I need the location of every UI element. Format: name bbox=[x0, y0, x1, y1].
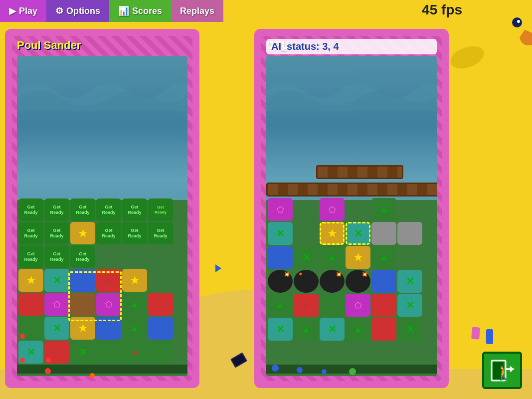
cell bbox=[148, 341, 173, 364]
cpu-row-a bbox=[267, 198, 423, 221]
cell bbox=[148, 293, 173, 316]
bomb-cell: 💥 bbox=[320, 270, 345, 293]
cell-empty bbox=[294, 198, 319, 221]
player-play-area: GetReady GetReady GetReady GetReady GetR… bbox=[17, 56, 187, 376]
cell: GetReady bbox=[18, 245, 43, 268]
exit-button[interactable]: 🚶 bbox=[482, 352, 522, 389]
ground-dot-blue-2 bbox=[297, 367, 303, 373]
ground-dot-orange bbox=[90, 373, 95, 378]
bomb-cell: 💥 bbox=[268, 270, 293, 293]
ground-dot-blue-1 bbox=[272, 365, 279, 372]
cell bbox=[70, 293, 95, 316]
cell: GetReady bbox=[70, 199, 95, 221]
cell-empty bbox=[148, 269, 173, 292]
block-row-6 bbox=[18, 316, 174, 340]
cell bbox=[70, 222, 95, 244]
cell bbox=[397, 270, 422, 293]
bar-chart-icon: 📊 bbox=[118, 5, 129, 16]
cell bbox=[371, 222, 396, 245]
cpu-board: CPU AI_status: 3, 4 bbox=[254, 29, 449, 388]
pink-deco bbox=[472, 327, 480, 339]
cell bbox=[44, 293, 69, 316]
cell: GetReady bbox=[18, 222, 43, 244]
cell bbox=[268, 198, 293, 221]
cell bbox=[96, 269, 121, 292]
cell: GetReady bbox=[18, 199, 43, 221]
player-board-inner: Poul Sander GetReady GetReady GetRea bbox=[12, 36, 192, 381]
cell bbox=[70, 341, 95, 364]
ground-dot-blue-3 bbox=[322, 369, 327, 374]
ground-dot-red bbox=[45, 368, 51, 374]
cell-empty bbox=[397, 246, 422, 269]
cell bbox=[371, 294, 396, 317]
get-ready-row-2: GetReady GetReady GetReady GetReady GetR… bbox=[18, 221, 174, 245]
player-board: Poul Sander GetReady GetReady GetRea bbox=[5, 29, 199, 388]
cell bbox=[18, 341, 43, 364]
block-row-5 bbox=[18, 292, 174, 316]
replays-label: Replays bbox=[180, 6, 214, 16]
cell bbox=[268, 318, 293, 341]
fps-value: 45 fps bbox=[422, 2, 462, 17]
play-button[interactable]: ▶ Play bbox=[0, 0, 46, 22]
get-ready-row-1: GetReady GetReady GetReady GetReady GetR… bbox=[18, 198, 174, 221]
cpu-row-d: 💥 ● 💥 💥 bbox=[267, 269, 423, 293]
cell bbox=[18, 317, 43, 340]
cell bbox=[294, 294, 319, 317]
cell: GetReady bbox=[122, 222, 147, 244]
cell: GetReady bbox=[70, 245, 95, 268]
cell bbox=[122, 293, 147, 316]
cell bbox=[320, 318, 345, 341]
cell bbox=[70, 317, 95, 340]
cell bbox=[268, 222, 293, 245]
cell bbox=[397, 294, 422, 317]
cell bbox=[371, 270, 396, 293]
cell-empty bbox=[346, 198, 370, 221]
blue-deco bbox=[486, 329, 493, 344]
options-button[interactable]: ⚙ Options bbox=[46, 0, 109, 22]
cell bbox=[122, 341, 147, 364]
replays-button[interactable]: Replays bbox=[171, 0, 223, 22]
cell bbox=[320, 294, 345, 317]
bomb-cell: ● bbox=[294, 270, 319, 293]
cell: GetReady bbox=[148, 222, 173, 244]
cell bbox=[18, 293, 43, 316]
waves-cpu bbox=[266, 71, 437, 111]
cell bbox=[320, 222, 345, 245]
cell bbox=[397, 222, 422, 245]
cell: GetReady bbox=[44, 222, 69, 244]
cell bbox=[371, 318, 396, 341]
cell bbox=[268, 294, 293, 317]
ground-strip bbox=[17, 365, 187, 374]
cell bbox=[294, 246, 319, 269]
block-row-4 bbox=[18, 268, 174, 292]
cell: GetReady bbox=[96, 199, 121, 221]
cell bbox=[18, 269, 43, 292]
cell bbox=[122, 317, 147, 340]
obstacle-bar-1 bbox=[316, 165, 403, 179]
scores-button[interactable]: 📊 Scores bbox=[109, 0, 171, 22]
cell bbox=[122, 269, 147, 292]
obstacle-bar-2 bbox=[266, 183, 437, 197]
cpu-play-area: 💥 ● 💥 💥 bbox=[266, 56, 437, 376]
player-board-title: Poul Sander bbox=[17, 39, 81, 52]
cell bbox=[346, 246, 370, 269]
game-area: Poul Sander GetReady GetReady GetRea bbox=[0, 22, 532, 399]
options-label: Options bbox=[66, 6, 100, 16]
cell bbox=[44, 341, 69, 364]
svg-text:🚶: 🚶 bbox=[495, 365, 512, 381]
ai-status-banner: AI_status: 3, 4 bbox=[266, 39, 437, 54]
cell-empty bbox=[397, 198, 422, 221]
fps-display: 45 fps bbox=[422, 2, 462, 18]
cpu-board-inner: CPU AI_status: 3, 4 bbox=[261, 36, 442, 381]
cell bbox=[148, 317, 173, 340]
cell bbox=[294, 318, 319, 341]
cell bbox=[320, 246, 345, 269]
cpu-row-e bbox=[267, 293, 423, 317]
cpu-row-c bbox=[267, 245, 423, 269]
cell: GetReady bbox=[96, 222, 121, 244]
cell bbox=[44, 317, 69, 340]
cell: GetReady bbox=[122, 199, 147, 221]
waves bbox=[17, 71, 187, 111]
cell: GetReady bbox=[148, 199, 173, 221]
cell bbox=[346, 318, 370, 341]
